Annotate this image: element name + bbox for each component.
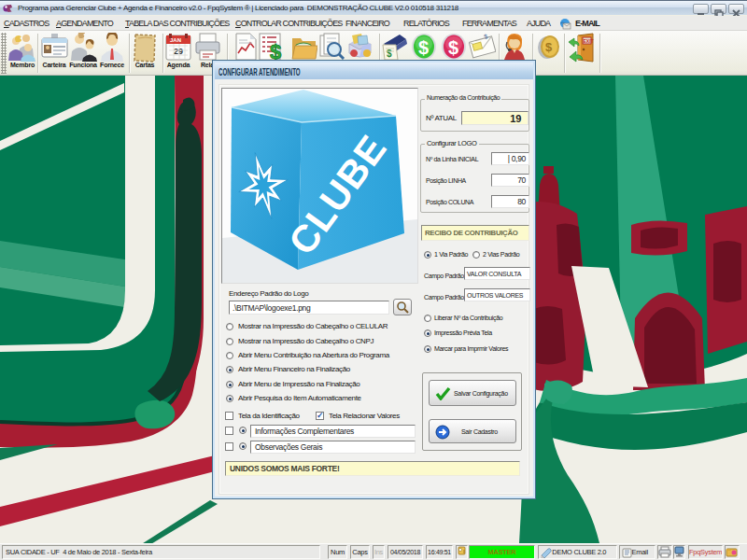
svg-text:$: $ — [387, 49, 392, 59]
svg-text:EXIT: EXIT — [584, 38, 594, 44]
svg-text:$: $ — [448, 37, 458, 58]
svg-text:29: 29 — [174, 47, 183, 56]
svg-text:JAN: JAN — [170, 37, 181, 43]
svg-text:$: $ — [270, 40, 281, 62]
svg-text:$: $ — [418, 37, 429, 58]
svg-text:$: $ — [545, 40, 553, 54]
svg-text:$: $ — [483, 33, 488, 40]
